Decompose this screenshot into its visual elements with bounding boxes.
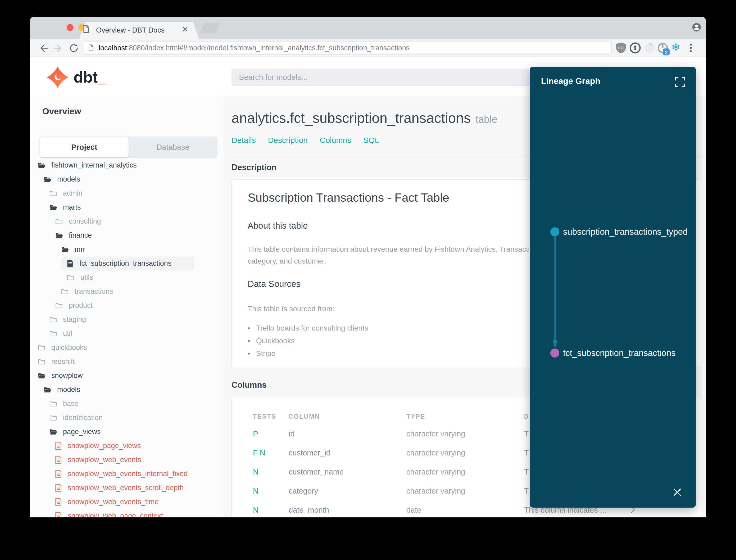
forward-icon[interactable] (53, 43, 64, 53)
tree-item-label: models (57, 175, 80, 183)
lineage-node-label: fct_subscription_transactions (563, 348, 676, 358)
lineage-close-icon[interactable] (671, 486, 683, 498)
grey-swirl-extension-icon[interactable] (644, 42, 655, 54)
source-item: Quickbooks (248, 337, 368, 345)
tree-item-snowplow[interactable]: snowplow (37, 369, 83, 383)
browser-toolbar: localhost:8080/index.html#!/model/model.… (30, 39, 706, 57)
cell-description: T (524, 468, 529, 476)
tree-item-consulting[interactable]: consulting (55, 214, 101, 228)
tree-item-snowplow_web_page_context[interactable]: snowplow_web_page_context (55, 509, 163, 517)
profile-avatar-icon[interactable] (692, 22, 701, 32)
back-icon[interactable] (38, 43, 48, 53)
folder-closed-icon (49, 414, 58, 422)
cell-tests: N (253, 487, 259, 495)
folder-open-icon (49, 204, 58, 211)
tree-item-quickbooks[interactable]: quickbooks (37, 341, 87, 355)
tree-item-models[interactable]: models (43, 383, 80, 397)
folder-closed-icon (49, 330, 58, 338)
tree-item-util[interactable]: util (49, 327, 72, 341)
reload-icon[interactable] (69, 43, 79, 53)
tree-item-transactions[interactable]: transactions (60, 284, 113, 299)
tree-item-snowplow_page_views[interactable]: snowplow_page_views (55, 439, 141, 453)
cell-description: T (524, 487, 529, 495)
lineage-node-subscription_transactions_typed[interactable]: subscription_transactions_typed (550, 227, 688, 237)
model-nav-columns[interactable]: Columns (320, 136, 351, 145)
model-file-icon (55, 484, 62, 492)
tree-item-models[interactable]: models (43, 172, 80, 186)
tree-item-label: snowplow (51, 372, 83, 380)
tree-item-label: finance (69, 231, 92, 240)
logo-cursor: _ (97, 68, 106, 86)
data-sources-heading: Data Sources (248, 279, 301, 289)
browser-menu-icon[interactable] (685, 43, 696, 53)
tree-item-label: snowplow_page_views (68, 442, 141, 450)
onepassword-extension-icon[interactable] (629, 42, 641, 54)
tree-item-label: snowplow_web_events_internal_fixed (68, 470, 188, 478)
tree-item-label: utils (80, 273, 93, 282)
window-close-button[interactable] (67, 24, 74, 31)
tree-item-identification[interactable]: identification (49, 411, 103, 425)
tree-item-marts[interactable]: marts (49, 200, 81, 214)
lineage-graph-panel: Lineage Graph subscription_transactions_… (530, 67, 696, 508)
tree-item-snowplow_web_events[interactable]: snowplow_web_events (55, 453, 141, 467)
cell-description: T (524, 449, 529, 457)
folder-closed-icon (37, 358, 46, 366)
column-header-column: COLUMN (289, 413, 320, 420)
model-file-icon (66, 259, 74, 268)
cell-type: character varying (406, 468, 465, 476)
tree-item-label: transactions (75, 287, 113, 296)
tree-item-finance[interactable]: finance (55, 228, 92, 242)
tree-item-label: snowplow_web_events (68, 456, 141, 464)
new-tab-button[interactable] (199, 23, 220, 33)
tree-item-label: quickbooks (51, 344, 87, 352)
tree-item-label: consulting (69, 217, 101, 225)
about-text-line2: category, and customer. (248, 255, 326, 267)
tree-item-fishtown_internal_analytics[interactable]: fishtown_internal_analytics (37, 158, 137, 172)
sidebar: Overview Project Database fishtown_inter… (30, 97, 224, 517)
svg-text:x: x (665, 50, 667, 55)
tree-item-label: snowplow_web_events_time (68, 498, 159, 506)
tree-item-redshift[interactable]: redshift (37, 355, 75, 369)
tree-item-label: models (57, 386, 80, 394)
power-extension-icon[interactable]: x (656, 42, 670, 56)
tree-item-utils[interactable]: utils (66, 270, 93, 284)
model-nav-sql[interactable]: SQL (363, 136, 379, 145)
folder-closed-icon (55, 218, 64, 225)
url-host: localhost (99, 44, 127, 52)
folder-closed-icon (55, 302, 64, 310)
cell-column-name: customer_name (289, 468, 344, 476)
tree-item-label: util (63, 329, 72, 338)
model-nav-description[interactable]: Description (268, 136, 308, 145)
tab-title: Overview - DBT Docs (96, 26, 183, 34)
lineage-node-fct_subscription_transactions[interactable]: fct_subscription_transactions (550, 348, 676, 358)
tree-item-page_views[interactable]: page_views (49, 425, 101, 439)
tree-item-snowplow_web_events_time[interactable]: snowplow_web_events_time (55, 495, 159, 509)
cell-type: date (406, 506, 421, 514)
cell-tests: F N (253, 449, 265, 457)
source-item: Trello boards for consulting clients (248, 324, 368, 332)
model-nav-details[interactable]: Details (232, 136, 256, 145)
lineage-node-dot (550, 349, 559, 358)
tree-item-admin[interactable]: admin (49, 186, 83, 200)
tree-item-staging[interactable]: staging (49, 313, 86, 327)
folder-closed-icon (66, 274, 75, 282)
folder-open-icon (60, 246, 69, 254)
tree-item-snowplow_web_events_scroll_depth[interactable]: snowplow_web_events_scroll_depth (55, 481, 184, 495)
ublock-extension-icon[interactable]: uO (615, 42, 627, 54)
tree-item-label: snowplow_web_page_context (68, 512, 163, 517)
tree-item-base[interactable]: base (49, 397, 79, 411)
cell-column-name: date_month (289, 506, 329, 514)
tab-close-icon[interactable]: ✕ (182, 25, 188, 34)
tree-item-fct_subscription_transactions[interactable]: fct_subscription_transactions (61, 256, 194, 270)
dbt-logo-text: dbt_ (74, 68, 106, 86)
tree-item-snowplow_web_events_internal_fixed[interactable]: snowplow_web_events_internal_fixed (55, 467, 188, 481)
tree-item-mrr[interactable]: mrr (60, 242, 85, 256)
tree-item-product[interactable]: product (55, 299, 93, 313)
snowflake-extension-icon[interactable]: ❄ (671, 41, 680, 54)
logo-word: dbt (74, 68, 97, 86)
model-file-icon (55, 512, 62, 518)
folder-closed-icon (49, 400, 58, 408)
dbt-logo-icon (46, 66, 69, 89)
sources-intro: This table is sourced from: (248, 303, 335, 315)
cell-type: character varying (406, 430, 465, 438)
